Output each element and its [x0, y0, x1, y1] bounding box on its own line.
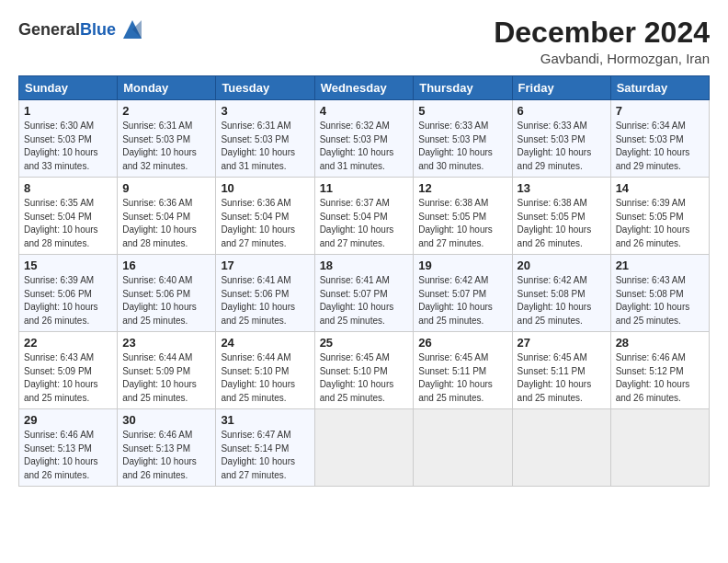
calendar-cell: 11Sunrise: 6:37 AM Sunset: 5:04 PM Dayli… — [314, 178, 414, 255]
calendar-cell: 4Sunrise: 6:32 AM Sunset: 5:03 PM Daylig… — [314, 100, 414, 178]
logo-icon — [119, 17, 145, 42]
day-number: 14 — [616, 181, 704, 195]
logo-text-general: General — [18, 20, 80, 39]
day-number: 4 — [320, 104, 409, 118]
page-container: GeneralBlue December 2024 Gavbandi, Horm… — [0, 0, 728, 496]
day-number: 3 — [221, 104, 309, 118]
col-monday: Monday — [118, 76, 216, 100]
calendar-cell: 13Sunrise: 6:38 AM Sunset: 5:05 PM Dayli… — [512, 178, 610, 255]
logo-text-blue: Blue — [80, 20, 116, 39]
calendar-cell: 23Sunrise: 6:44 AM Sunset: 5:09 PM Dayli… — [118, 332, 216, 409]
day-number: 24 — [221, 336, 309, 350]
cell-info: Sunrise: 6:39 AM Sunset: 5:06 PM Dayligh… — [24, 274, 112, 327]
day-number: 1 — [24, 104, 112, 118]
day-number: 12 — [418, 181, 506, 195]
col-thursday: Thursday — [414, 76, 512, 100]
cell-info: Sunrise: 6:32 AM Sunset: 5:03 PM Dayligh… — [320, 120, 409, 173]
calendar-cell: 21Sunrise: 6:43 AM Sunset: 5:08 PM Dayli… — [610, 255, 709, 332]
calendar-cell: 9Sunrise: 6:36 AM Sunset: 5:04 PM Daylig… — [118, 178, 216, 255]
cell-info: Sunrise: 6:45 AM Sunset: 5:11 PM Dayligh… — [518, 351, 606, 405]
day-number: 20 — [518, 259, 606, 272]
calendar-cell — [512, 409, 610, 487]
calendar-cell: 30Sunrise: 6:46 AM Sunset: 5:13 PM Dayli… — [118, 409, 216, 487]
cell-info: Sunrise: 6:34 AM Sunset: 5:03 PM Dayligh… — [616, 120, 704, 173]
calendar-cell: 12Sunrise: 6:38 AM Sunset: 5:05 PM Dayli… — [414, 178, 512, 255]
day-number: 9 — [122, 181, 210, 195]
cell-info: Sunrise: 6:46 AM Sunset: 5:12 PM Dayligh… — [616, 351, 704, 405]
day-number: 21 — [616, 259, 704, 272]
cell-info: Sunrise: 6:45 AM Sunset: 5:10 PM Dayligh… — [320, 351, 409, 405]
cell-info: Sunrise: 6:33 AM Sunset: 5:03 PM Dayligh… — [518, 120, 606, 173]
day-number: 15 — [24, 259, 112, 272]
calendar-cell: 26Sunrise: 6:45 AM Sunset: 5:11 PM Dayli… — [414, 332, 512, 409]
cell-info: Sunrise: 6:45 AM Sunset: 5:11 PM Dayligh… — [418, 351, 506, 405]
day-number: 5 — [418, 104, 506, 118]
calendar-table: Sunday Monday Tuesday Wednesday Thursday… — [18, 75, 710, 487]
calendar-cell: 28Sunrise: 6:46 AM Sunset: 5:12 PM Dayli… — [610, 332, 709, 409]
calendar-row: 15Sunrise: 6:39 AM Sunset: 5:06 PM Dayli… — [19, 255, 710, 332]
cell-info: Sunrise: 6:44 AM Sunset: 5:10 PM Dayligh… — [221, 351, 309, 405]
calendar-cell — [314, 409, 414, 487]
cell-info: Sunrise: 6:41 AM Sunset: 5:06 PM Dayligh… — [221, 274, 309, 327]
calendar-cell: 24Sunrise: 6:44 AM Sunset: 5:10 PM Dayli… — [216, 332, 314, 409]
day-number: 19 — [418, 259, 506, 272]
calendar-cell: 5Sunrise: 6:33 AM Sunset: 5:03 PM Daylig… — [414, 100, 512, 178]
cell-info: Sunrise: 6:36 AM Sunset: 5:04 PM Dayligh… — [221, 197, 309, 250]
cell-info: Sunrise: 6:30 AM Sunset: 5:03 PM Dayligh… — [24, 120, 112, 173]
cell-info: Sunrise: 6:31 AM Sunset: 5:03 PM Dayligh… — [221, 120, 309, 173]
day-number: 28 — [616, 336, 704, 350]
calendar-cell: 10Sunrise: 6:36 AM Sunset: 5:04 PM Dayli… — [216, 178, 314, 255]
day-number: 11 — [320, 181, 409, 195]
day-number: 29 — [24, 413, 112, 427]
day-number: 10 — [221, 181, 309, 195]
day-number: 26 — [418, 336, 506, 350]
col-sunday: Sunday — [19, 76, 118, 100]
calendar-cell: 2Sunrise: 6:31 AM Sunset: 5:03 PM Daylig… — [118, 100, 216, 178]
cell-info: Sunrise: 6:42 AM Sunset: 5:08 PM Dayligh… — [518, 274, 606, 327]
cell-info: Sunrise: 6:40 AM Sunset: 5:06 PM Dayligh… — [122, 274, 210, 327]
cell-info: Sunrise: 6:38 AM Sunset: 5:05 PM Dayligh… — [518, 197, 606, 250]
subtitle: Gavbandi, Hormozgan, Iran — [494, 51, 710, 66]
calendar-cell — [414, 409, 512, 487]
day-number: 23 — [122, 336, 210, 350]
calendar-header-row: Sunday Monday Tuesday Wednesday Thursday… — [19, 76, 710, 100]
title-block: December 2024 Gavbandi, Hormozgan, Iran — [494, 17, 710, 66]
calendar-cell: 3Sunrise: 6:31 AM Sunset: 5:03 PM Daylig… — [216, 100, 314, 178]
col-friday: Friday — [512, 76, 610, 100]
calendar-cell: 31Sunrise: 6:47 AM Sunset: 5:14 PM Dayli… — [216, 409, 314, 487]
cell-info: Sunrise: 6:42 AM Sunset: 5:07 PM Dayligh… — [418, 274, 506, 327]
cell-info: Sunrise: 6:43 AM Sunset: 5:08 PM Dayligh… — [616, 274, 704, 327]
logo: GeneralBlue — [18, 17, 145, 42]
cell-info: Sunrise: 6:46 AM Sunset: 5:13 PM Dayligh… — [122, 429, 210, 482]
calendar-cell — [610, 409, 709, 487]
cell-info: Sunrise: 6:43 AM Sunset: 5:09 PM Dayligh… — [24, 351, 112, 405]
cell-info: Sunrise: 6:38 AM Sunset: 5:05 PM Dayligh… — [418, 197, 506, 250]
col-saturday: Saturday — [610, 76, 709, 100]
day-number: 2 — [122, 104, 210, 118]
cell-info: Sunrise: 6:36 AM Sunset: 5:04 PM Dayligh… — [122, 197, 210, 250]
day-number: 25 — [320, 336, 409, 350]
calendar-cell: 15Sunrise: 6:39 AM Sunset: 5:06 PM Dayli… — [19, 255, 118, 332]
calendar-cell: 6Sunrise: 6:33 AM Sunset: 5:03 PM Daylig… — [512, 100, 610, 178]
day-number: 16 — [122, 259, 210, 272]
day-number: 22 — [24, 336, 112, 350]
day-number: 6 — [518, 104, 606, 118]
cell-info: Sunrise: 6:46 AM Sunset: 5:13 PM Dayligh… — [24, 429, 112, 482]
calendar-cell: 8Sunrise: 6:35 AM Sunset: 5:04 PM Daylig… — [19, 178, 118, 255]
calendar-cell: 18Sunrise: 6:41 AM Sunset: 5:07 PM Dayli… — [314, 255, 414, 332]
day-number: 17 — [221, 259, 309, 272]
day-number: 31 — [221, 413, 309, 427]
cell-info: Sunrise: 6:33 AM Sunset: 5:03 PM Dayligh… — [418, 120, 506, 173]
calendar-cell: 20Sunrise: 6:42 AM Sunset: 5:08 PM Dayli… — [512, 255, 610, 332]
cell-info: Sunrise: 6:47 AM Sunset: 5:14 PM Dayligh… — [221, 429, 309, 482]
main-title: December 2024 — [494, 17, 710, 49]
calendar-cell: 14Sunrise: 6:39 AM Sunset: 5:05 PM Dayli… — [610, 178, 709, 255]
cell-info: Sunrise: 6:39 AM Sunset: 5:05 PM Dayligh… — [616, 197, 704, 250]
day-number: 18 — [320, 259, 409, 272]
day-number: 8 — [24, 181, 112, 195]
day-number: 13 — [518, 181, 606, 195]
calendar-cell: 22Sunrise: 6:43 AM Sunset: 5:09 PM Dayli… — [19, 332, 118, 409]
day-number: 30 — [122, 413, 210, 427]
calendar-row: 1Sunrise: 6:30 AM Sunset: 5:03 PM Daylig… — [19, 100, 710, 178]
calendar-cell: 1Sunrise: 6:30 AM Sunset: 5:03 PM Daylig… — [19, 100, 118, 178]
